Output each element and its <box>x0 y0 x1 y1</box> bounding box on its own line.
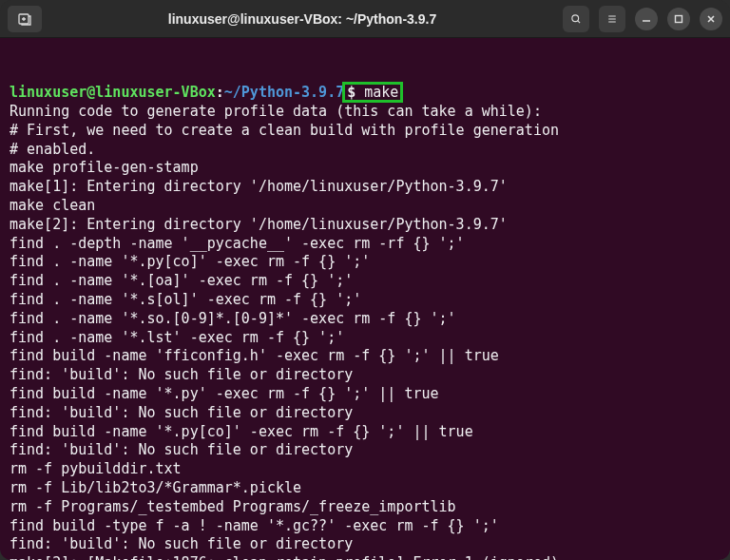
new-tab-button[interactable] <box>8 6 42 32</box>
prompt-user-host: linuxuser@linuxuser-VBox <box>10 84 216 101</box>
search-button[interactable] <box>563 6 589 32</box>
output-line: find build -name '*.py' -exec rm -f {} '… <box>10 385 720 404</box>
output-line: find: 'build': No such file or directory <box>10 404 720 423</box>
output-line: find: 'build': No such file or directory <box>10 366 720 385</box>
output-line: # First, we need to create a clean build… <box>10 122 720 141</box>
output-line: find . -name '*.lst' -exec rm -f {} ';' <box>10 329 720 348</box>
maximize-button[interactable] <box>667 8 690 30</box>
output-line: find . -name '*.so.[0-9]*.[0-9]*' -exec … <box>10 310 720 329</box>
output-line: make[2]: [Makefile:1876: clean-retain-pr… <box>10 554 720 560</box>
output-line: make clean <box>10 197 720 216</box>
maximize-icon <box>673 13 684 25</box>
output-line: find: 'build': No such file or directory <box>10 535 720 554</box>
output-line: find . -name '*.[oa]' -exec rm -f {} ';' <box>10 272 720 291</box>
output-line: find: 'build': No such file or directory <box>10 441 720 460</box>
hamburger-menu-button[interactable] <box>599 6 625 32</box>
prompt-colon: : <box>216 84 224 101</box>
output-line: Running code to generate profile data (t… <box>10 103 720 122</box>
output-line: rm -f Programs/_testembed Programs/_free… <box>10 498 720 517</box>
svg-rect-2 <box>676 15 682 22</box>
close-icon <box>705 13 717 25</box>
window-titlebar: linuxuser@linuxuser-VBox: ~/Python-3.9.7 <box>0 0 730 38</box>
output-line: find . -depth -name '__pycache__' -exec … <box>10 235 720 254</box>
output-line: find build -type f -a ! -name '*.gc??' -… <box>10 517 720 536</box>
output-line: find . -name '*.s[ol]' -exec rm -f {} ';… <box>10 291 720 310</box>
output-line: find build -name '*.py[co]' -exec rm -f … <box>10 423 720 442</box>
minimize-button[interactable] <box>635 8 658 30</box>
output-line: find build -name 'fficonfig.h' -exec rm … <box>10 347 720 366</box>
output-line: make profile-gen-stamp <box>10 159 720 178</box>
prompt-line: linuxuser@linuxuser-VBox:~/Python-3.9.7$… <box>10 82 720 104</box>
entered-command: make <box>364 84 398 101</box>
output-line: rm -f Lib/lib2to3/*Grammar*.pickle <box>10 479 720 498</box>
terminal-viewport[interactable]: linuxuser@linuxuser-VBox:~/Python-3.9.7$… <box>0 38 730 560</box>
search-icon <box>570 13 582 25</box>
minimize-icon <box>641 13 652 25</box>
output-line: make[2]: Entering directory '/home/linux… <box>10 216 720 235</box>
output-line: make[1]: Entering directory '/home/linux… <box>10 178 720 197</box>
output-line: # enabled. <box>10 141 720 160</box>
prompt-dollar: $ <box>347 84 364 101</box>
window-title: linuxuser@linuxuser-VBox: ~/Python-3.9.7 <box>49 11 555 27</box>
output-line: rm -f pybuilddir.txt <box>10 460 720 479</box>
hamburger-icon <box>606 13 618 25</box>
close-button[interactable] <box>700 8 722 30</box>
svg-point-1 <box>572 14 579 21</box>
prompt-path: ~/Python-3.9.7 <box>224 84 344 101</box>
output-line: find . -name '*.py[co]' -exec rm -f {} '… <box>10 253 720 272</box>
new-tab-icon <box>17 11 32 27</box>
